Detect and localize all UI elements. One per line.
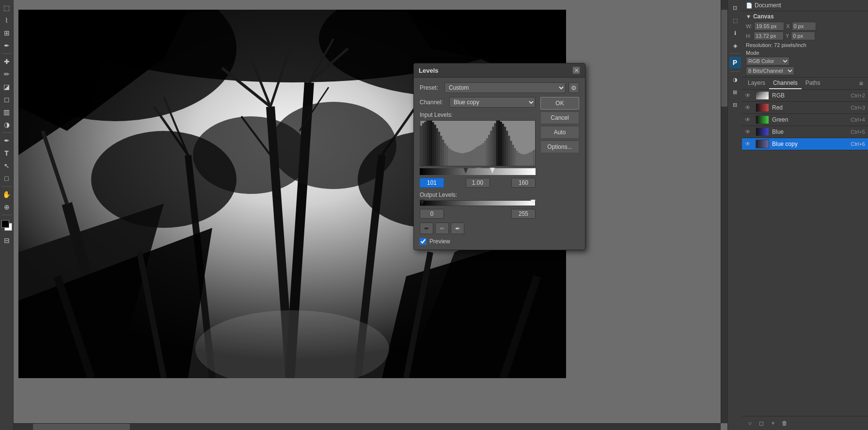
lasso-tool[interactable]: ⌇ bbox=[1, 15, 13, 26]
input-white-value[interactable]: 160 bbox=[511, 178, 536, 188]
gray-point-eyedropper[interactable]: ✒ bbox=[435, 223, 449, 234]
svg-rect-62 bbox=[464, 153, 466, 166]
mode-select[interactable]: RGB Color CMYK Color Grayscale bbox=[746, 57, 789, 65]
w-label: W: bbox=[746, 23, 752, 29]
right-side: ⊡ ⬚ ℹ ◈ P ◑ ⊞ ⊟ 📄 Document ▼ Canvas bbox=[727, 0, 868, 430]
horizontal-scrollbar[interactable] bbox=[14, 423, 721, 430]
input-white-slider[interactable] bbox=[490, 168, 495, 174]
channel-visibility-rgb[interactable]: 👁 bbox=[745, 92, 753, 99]
tab-channels[interactable]: Channels bbox=[769, 78, 802, 89]
output-black-slider[interactable] bbox=[420, 200, 425, 206]
marquee-tool[interactable]: ⬚ bbox=[1, 2, 13, 14]
input-black-value[interactable]: 101 bbox=[420, 178, 444, 188]
shape-tool[interactable]: □ bbox=[1, 173, 13, 184]
channel-visibility-red[interactable]: 👁 bbox=[745, 104, 753, 111]
input-mid-value[interactable]: 1.00 bbox=[466, 178, 490, 188]
channel-shortcut-green: Ctrl+4 bbox=[851, 117, 865, 123]
eyedropper-tool[interactable]: ✒ bbox=[1, 40, 13, 51]
document-label: 📄 Document bbox=[742, 0, 868, 11]
load-selection-icon[interactable]: ○ bbox=[745, 418, 755, 428]
input-levels-slider[interactable] bbox=[420, 168, 536, 175]
channel-visibility-blue-copy[interactable]: 👁 bbox=[745, 141, 753, 147]
zoom-tool[interactable]: ⊕ bbox=[1, 201, 13, 213]
save-selection-icon[interactable]: ◻ bbox=[757, 418, 766, 428]
channel-item-red[interactable]: 👁 Red Ctrl+3 bbox=[742, 102, 868, 114]
crop-tool[interactable]: ⊞ bbox=[1, 27, 13, 39]
preset-select[interactable]: Custom Default bbox=[444, 82, 566, 93]
svg-rect-89 bbox=[518, 153, 520, 166]
white-point-eyedropper[interactable]: ✒ bbox=[451, 223, 464, 234]
preview-checkbox[interactable] bbox=[420, 238, 426, 245]
history-icon[interactable]: ⊡ bbox=[729, 2, 741, 14]
3d-icon[interactable]: ⊞ bbox=[729, 86, 741, 98]
input-black-slider[interactable] bbox=[463, 168, 468, 174]
svg-rect-74 bbox=[488, 135, 490, 166]
channel-item-green[interactable]: 👁 Green Ctrl+4 bbox=[742, 114, 868, 126]
channel-shortcut-blue: Ctrl+5 bbox=[851, 129, 865, 135]
panel-menu-button[interactable]: ≡ bbox=[856, 78, 866, 89]
burn-tool[interactable]: ◑ bbox=[1, 119, 13, 130]
channel-name-blue-copy: Blue copy bbox=[772, 141, 848, 147]
ok-button[interactable]: OK bbox=[540, 97, 579, 110]
mode-select-row: RGB Color CMYK Color Grayscale bbox=[746, 57, 864, 65]
color-swatches[interactable] bbox=[0, 219, 13, 232]
select-icon[interactable]: ⬚ bbox=[729, 15, 741, 26]
input-mid-slider[interactable] bbox=[476, 168, 481, 174]
gradient-tool[interactable]: ▥ bbox=[1, 106, 13, 118]
channel-item-blue[interactable]: 👁 Blue Ctrl+5 bbox=[742, 126, 868, 138]
channel-select[interactable]: RGB Red Green Blue Blue copy bbox=[449, 97, 536, 108]
channel-item-blue-copy[interactable]: 👁 Blue copy Ctrl+6 bbox=[742, 138, 868, 150]
zoom-fit-icon[interactable]: ⊟ bbox=[729, 99, 741, 111]
tab-layers[interactable]: Layers bbox=[744, 78, 769, 89]
screen-mode[interactable]: ⊟ bbox=[1, 235, 13, 246]
tab-paths[interactable]: Paths bbox=[802, 78, 824, 89]
canvas-width-input[interactable] bbox=[754, 22, 784, 31]
preset-gear-button[interactable]: ⚙ bbox=[568, 82, 579, 93]
info-icon[interactable]: ℹ bbox=[729, 27, 741, 39]
output-black-value[interactable]: 0 bbox=[420, 209, 444, 219]
svg-rect-58 bbox=[456, 152, 458, 166]
channel-item-rgb[interactable]: 👁 RGB Ctrl+2 bbox=[742, 90, 868, 102]
stamp-tool[interactable]: ◪ bbox=[1, 81, 13, 93]
pen-tool[interactable]: ✒ bbox=[1, 135, 13, 146]
healing-tool[interactable]: ✚ bbox=[1, 56, 13, 67]
svg-rect-75 bbox=[490, 131, 492, 166]
eraser-tool[interactable]: ◻ bbox=[1, 94, 13, 105]
svg-rect-45 bbox=[430, 121, 432, 166]
canvas-section-header: ▼ Canvas bbox=[746, 13, 864, 20]
channel-visibility-blue[interactable]: 👁 bbox=[745, 128, 753, 135]
color-icon[interactable]: ◈ bbox=[729, 40, 741, 51]
output-white-slider[interactable] bbox=[531, 200, 536, 206]
bits-select[interactable]: 8 Bits/Channel 16 Bits/Channel 32 Bits/C… bbox=[746, 66, 794, 75]
canvas-height-input[interactable] bbox=[754, 32, 784, 40]
svg-rect-78 bbox=[496, 121, 498, 166]
dialog-close-button[interactable]: ✕ bbox=[572, 66, 580, 74]
hand-tool[interactable]: ✋ bbox=[1, 189, 13, 200]
delete-channel-button[interactable]: 🗑 bbox=[780, 418, 789, 428]
canvas-x-input[interactable] bbox=[792, 22, 816, 31]
auto-button[interactable]: Auto bbox=[540, 126, 579, 139]
dialog-title: Levels bbox=[419, 67, 438, 74]
output-white-value[interactable]: 255 bbox=[511, 209, 536, 219]
cancel-button[interactable]: Cancel bbox=[540, 111, 579, 124]
canvas-chevron[interactable]: ▼ bbox=[746, 14, 751, 19]
vertical-scrollbar[interactable] bbox=[721, 0, 727, 423]
input-values-row: 101 1.00 160 bbox=[420, 178, 536, 188]
svg-rect-64 bbox=[468, 152, 470, 166]
adjustment-icon[interactable]: ◑ bbox=[729, 74, 741, 85]
foreground-color-swatch[interactable] bbox=[1, 220, 9, 228]
channel-visibility-green[interactable]: 👁 bbox=[745, 116, 753, 123]
svg-rect-59 bbox=[458, 153, 460, 166]
text-tool[interactable]: T bbox=[1, 147, 13, 159]
arrow-tool[interactable]: ↖ bbox=[1, 160, 13, 172]
brush-tool[interactable]: ✏ bbox=[1, 68, 13, 80]
svg-rect-65 bbox=[470, 151, 472, 166]
channel-name-red: Red bbox=[772, 104, 848, 111]
new-channel-button[interactable]: + bbox=[768, 418, 778, 428]
canvas-y-input[interactable] bbox=[791, 32, 815, 40]
channel-row: Channel: RGB Red Green Blue Blue copy bbox=[420, 97, 536, 108]
output-levels-slider[interactable] bbox=[420, 200, 536, 206]
options-button[interactable]: Options... bbox=[540, 141, 579, 153]
black-point-eyedropper[interactable]: ✒ bbox=[420, 223, 433, 234]
channel-shortcut-rgb: Ctrl+2 bbox=[851, 93, 865, 98]
